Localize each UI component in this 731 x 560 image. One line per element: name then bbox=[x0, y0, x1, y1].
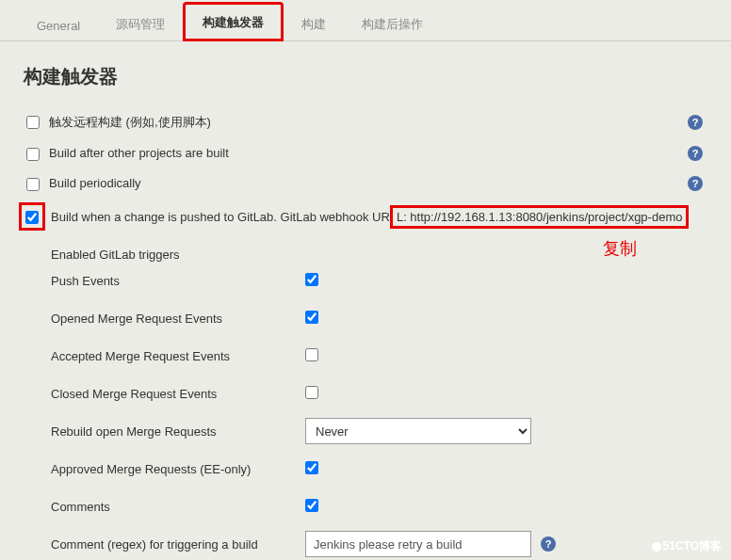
label-accepted-mr: Accepted Merge Request Events bbox=[51, 349, 305, 363]
help-icon[interactable]: ? bbox=[688, 115, 703, 130]
trigger-row-comments: Comments bbox=[51, 488, 556, 525]
help-icon[interactable]: ? bbox=[688, 176, 703, 191]
trigger-row-approved-mr: Approved Merge Requests (EE-only) bbox=[51, 450, 556, 488]
tab-general[interactable]: General bbox=[19, 8, 98, 40]
label-after-other: Build after other projects are built bbox=[49, 146, 712, 160]
trigger-row-rebuild-mr: Rebuild open Merge Requests Never bbox=[51, 412, 556, 450]
tab-postbuild[interactable]: 构建后操作 bbox=[344, 6, 441, 40]
content-area: 构建触发器 触发远程构建 (例如,使用脚本) ? Build after oth… bbox=[0, 41, 731, 560]
label-comment-regex: Comment (regex) for triggering a build bbox=[51, 537, 305, 552]
label-approved-mr: Approved Merge Requests (EE-only) bbox=[51, 462, 305, 476]
help-icon[interactable]: ? bbox=[541, 536, 556, 552]
triggers-body: Push Events Opened Merge Request Events … bbox=[51, 262, 556, 560]
checkbox-comments[interactable] bbox=[305, 499, 318, 512]
label-push-events: Push Events bbox=[51, 274, 305, 288]
tab-source[interactable]: 源码管理 bbox=[98, 6, 183, 40]
checkbox-approved-mr[interactable] bbox=[305, 461, 318, 474]
checkbox-accepted-mr[interactable] bbox=[305, 348, 318, 361]
label-gitlab-prefix: Build when a change is pushed to GitLab.… bbox=[51, 210, 390, 224]
trigger-row-closed-mr: Closed Merge Request Events bbox=[51, 375, 556, 412]
input-comment-regex[interactable] bbox=[305, 531, 531, 557]
label-comments: Comments bbox=[51, 500, 305, 514]
gitlab-triggers-section: Enabled GitLab triggers Push Events Open… bbox=[51, 240, 712, 560]
label-remote-trigger: 触发远程构建 (例如,使用脚本) bbox=[49, 114, 712, 131]
checkbox-after-other[interactable] bbox=[26, 148, 40, 161]
row-gitlab-push: Build when a change is pushed to GitLab.… bbox=[19, 199, 712, 240]
checkbox-closed-mr[interactable] bbox=[305, 386, 318, 399]
checkbox-gitlab-push[interactable] bbox=[25, 211, 39, 224]
highlight-webhook-url: L: http://192.168.1.13:8080/jenkins/proj… bbox=[390, 205, 690, 229]
label-periodically: Build periodically bbox=[49, 176, 712, 190]
tabs-bar: General 源码管理 构建触发器 构建 构建后操作 bbox=[0, 0, 731, 41]
label-closed-mr: Closed Merge Request Events bbox=[51, 387, 305, 401]
highlight-checkbox-wrap bbox=[19, 202, 45, 231]
trigger-row-accepted-mr: Accepted Merge Request Events bbox=[51, 337, 556, 375]
checkbox-push-events[interactable] bbox=[305, 273, 318, 286]
tab-build[interactable]: 构建 bbox=[284, 6, 344, 40]
section-title: 构建触发器 bbox=[24, 64, 712, 89]
tab-triggers[interactable]: 构建触发器 bbox=[183, 2, 284, 41]
row-after-other: Build after other projects are built ? bbox=[19, 138, 712, 168]
row-periodically: Build periodically ? bbox=[19, 168, 712, 199]
label-opened-mr: Opened Merge Request Events bbox=[51, 312, 305, 326]
checkbox-remote-trigger[interactable] bbox=[26, 116, 40, 129]
checkbox-opened-mr[interactable] bbox=[305, 311, 318, 324]
checkbox-periodically[interactable] bbox=[26, 178, 40, 191]
select-rebuild-mr[interactable]: Never bbox=[305, 418, 531, 444]
trigger-row-push: Push Events bbox=[51, 262, 556, 299]
trigger-row-opened-mr: Opened Merge Request Events bbox=[51, 299, 556, 337]
row-remote-trigger: 触发远程构建 (例如,使用脚本) ? bbox=[19, 106, 712, 138]
label-enabled-triggers: Enabled GitLab triggers bbox=[51, 240, 209, 262]
trigger-row-comment-regex: Comment (regex) for triggering a build ? bbox=[51, 525, 556, 560]
annotation-copy: 复制 bbox=[603, 237, 637, 260]
label-rebuild-mr: Rebuild open Merge Requests bbox=[51, 424, 305, 439]
help-icon[interactable]: ? bbox=[688, 146, 703, 161]
